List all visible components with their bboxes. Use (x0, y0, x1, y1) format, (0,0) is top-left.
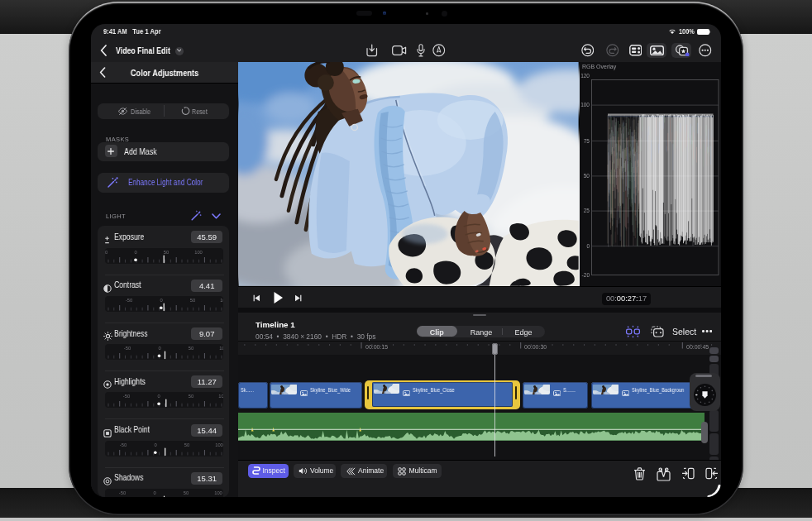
svg-text:75: 75 (583, 138, 590, 144)
svg-text:100: 100 (580, 102, 590, 108)
svg-text:50: 50 (583, 173, 590, 179)
svg-text:0: 0 (586, 243, 590, 249)
svg-text:120: 120 (580, 73, 590, 79)
svg-text:-20: -20 (581, 272, 590, 278)
svg-text:25: 25 (583, 208, 590, 213)
